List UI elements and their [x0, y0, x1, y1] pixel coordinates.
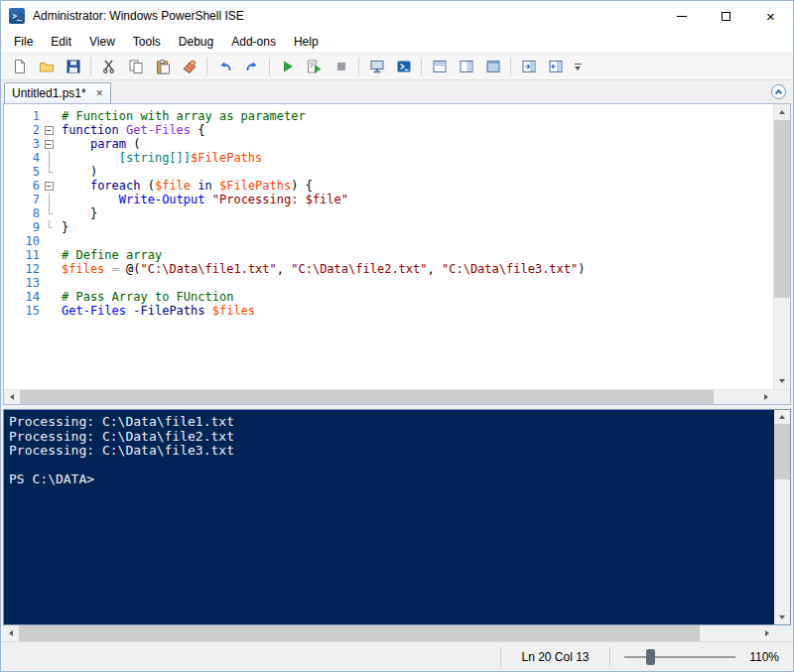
status-bar: Ln 20 Col 13 110% — [1, 641, 793, 671]
minimize-button[interactable] — [659, 1, 704, 31]
zoom-slider[interactable] — [624, 647, 735, 667]
show-script-pane-maximized-button[interactable] — [479, 55, 506, 78]
arrow-up-icon — [779, 415, 785, 419]
new-script-icon — [12, 59, 28, 74]
editor-lines[interactable]: 1# Function with array as parameter2−fun… — [4, 104, 773, 389]
menu-file[interactable]: File — [5, 32, 42, 52]
code-token: ) — [62, 165, 97, 179]
menu-tools[interactable]: Tools — [124, 32, 170, 52]
menu-bar: File Edit View Tools Debug Add-ons Help — [1, 31, 793, 53]
menu-edit[interactable]: Edit — [42, 32, 80, 52]
code-token — [119, 123, 126, 137]
toolbar-separator — [206, 58, 207, 75]
console-line: PS C:\DATA> — [9, 472, 770, 487]
console-output[interactable]: Processing: C:\Data\file1.txtProcessing:… — [4, 410, 774, 624]
fold-collapse-icon[interactable]: − — [45, 140, 54, 149]
zoom-slider-thumb[interactable] — [646, 649, 655, 665]
scroll-right-button[interactable] — [759, 625, 775, 641]
new-script-button[interactable] — [6, 55, 33, 78]
editor-vscroll-track[interactable] — [774, 120, 790, 373]
cut-button[interactable] — [95, 55, 122, 78]
console-hscroll-track[interactable] — [19, 625, 759, 641]
maximize-icon — [722, 12, 730, 21]
code-token — [205, 193, 212, 206]
editor-vscroll-thumb[interactable] — [774, 120, 790, 298]
run-script-icon — [280, 59, 296, 74]
editor-hscroll-thumb[interactable] — [20, 390, 714, 404]
show-script-pane-right-button[interactable] — [453, 55, 479, 78]
code-token: ( — [126, 137, 140, 151]
script-tab-untitled1[interactable]: Untitled1.ps1* × — [4, 82, 111, 103]
toolbar-overflow-icon — [575, 64, 582, 65]
code-token: $FilePaths — [219, 179, 291, 193]
scroll-left-button[interactable] — [4, 390, 20, 404]
code-line: 8 } — [4, 206, 773, 220]
editor-vertical-scrollbar[interactable] — [773, 104, 790, 389]
fold-margin — [40, 193, 58, 206]
code-text: Write-Output "Processing: $file" — [58, 193, 348, 206]
run-selection-button[interactable] — [301, 55, 328, 78]
console-vscroll-track[interactable] — [774, 424, 790, 610]
show-script-pane-top-button[interactable] — [426, 55, 453, 78]
paste-button[interactable] — [149, 55, 176, 78]
scroll-up-button[interactable] — [774, 410, 790, 424]
fold-collapse-icon[interactable]: − — [45, 182, 54, 191]
show-command-window-button[interactable] — [515, 55, 542, 78]
open-script-button[interactable] — [33, 55, 60, 78]
run-script-button[interactable] — [274, 55, 301, 78]
scroll-right-button[interactable] — [758, 390, 774, 404]
scroll-up-button[interactable] — [774, 104, 790, 120]
code-token: } — [62, 220, 68, 234]
code-token: "C:\Data\file1.txt" — [141, 262, 277, 276]
window-title: Administrator: Windows PowerShell ISE — [33, 9, 244, 23]
code-line: 13 — [4, 276, 773, 290]
show-command-addon-button[interactable] — [542, 55, 569, 78]
script-pane-maximized-icon — [485, 59, 501, 74]
menu-help[interactable]: Help — [285, 32, 328, 52]
code-line: 7 Write-Output "Processing: $file" — [4, 193, 773, 206]
scroll-down-button[interactable] — [774, 610, 790, 624]
clear-console-pane-button[interactable] — [176, 55, 202, 78]
code-token: [string[]] — [119, 151, 191, 165]
close-button[interactable]: × — [748, 1, 793, 31]
console-horizontal-scrollbar[interactable] — [3, 625, 791, 641]
redo-button[interactable] — [238, 55, 265, 78]
tab-close-icon[interactable]: × — [96, 87, 103, 99]
cut-scissors-icon — [101, 59, 117, 74]
collapse-script-pane-button[interactable] — [771, 84, 786, 99]
line-number: 12 — [4, 262, 40, 276]
code-line: 12$files = @("C:\Data\file1.txt", "C:\Da… — [4, 262, 773, 276]
scroll-down-button[interactable] — [774, 373, 790, 389]
line-number: 5 — [4, 165, 40, 179]
arrow-left-icon — [10, 394, 14, 400]
fold-margin: − — [40, 179, 58, 193]
code-line: 11# Define array — [4, 248, 773, 262]
maximize-button[interactable] — [704, 1, 748, 31]
fold-line — [49, 193, 50, 206]
fold-collapse-icon[interactable]: − — [45, 126, 54, 135]
console-hscroll-thumb[interactable] — [19, 625, 700, 641]
start-powershell-button[interactable] — [390, 55, 417, 78]
line-number: 7 — [4, 193, 40, 206]
console-vertical-scrollbar[interactable] — [774, 410, 790, 624]
toolbar-overflow-button[interactable] — [571, 56, 585, 77]
redo-icon — [244, 59, 260, 74]
scrollbar-corner — [775, 625, 791, 641]
scroll-left-button[interactable] — [3, 625, 19, 641]
new-remote-powershell-tab-button[interactable] — [363, 55, 390, 78]
stop-operation-button[interactable] — [328, 55, 354, 78]
zoom-slider-track[interactable] — [624, 656, 735, 658]
menu-debug[interactable]: Debug — [170, 32, 222, 52]
menu-addons[interactable]: Add-ons — [222, 32, 285, 52]
code-token: , — [428, 262, 442, 276]
console-vscroll-thumb[interactable] — [774, 424, 790, 479]
fold-line-end-icon — [49, 206, 53, 214]
editor-hscroll-track[interactable] — [20, 390, 758, 404]
fold-line-end-icon — [49, 220, 53, 228]
script-editor-pane: 1# Function with array as parameter2−fun… — [3, 103, 791, 405]
menu-view[interactable]: View — [80, 32, 124, 52]
copy-button[interactable] — [122, 55, 149, 78]
editor-horizontal-scrollbar[interactable] — [4, 389, 790, 404]
undo-button[interactable] — [211, 55, 238, 78]
save-script-button[interactable] — [60, 55, 86, 78]
